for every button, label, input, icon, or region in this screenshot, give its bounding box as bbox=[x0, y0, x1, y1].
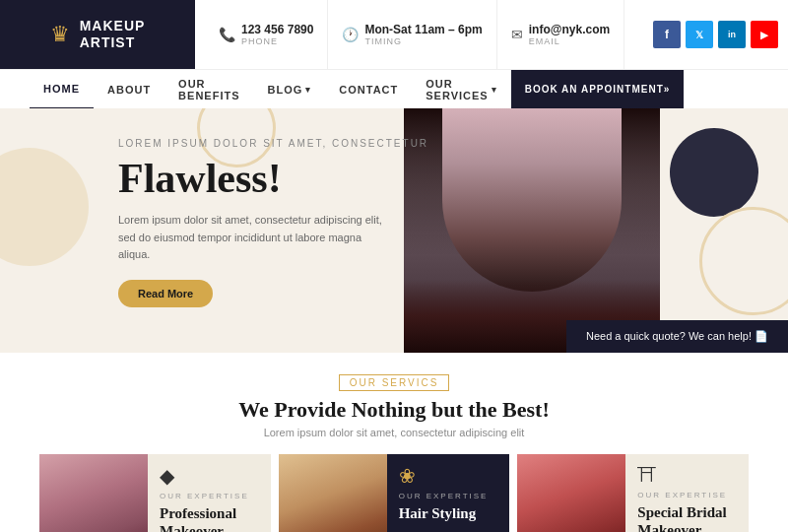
service-icon-1: ◆ bbox=[160, 464, 259, 488]
timing-label: TIMING bbox=[364, 36, 482, 46]
hero-circle3 bbox=[670, 128, 758, 217]
services-title: We Provide Nothing but the Best! bbox=[0, 397, 788, 423]
hero-circle1 bbox=[0, 148, 89, 266]
email-value: info@nyk.com bbox=[529, 23, 610, 36]
service-info-2: ❀ OUR EXPERTISE Hair Styling bbox=[387, 454, 510, 532]
top-bar: ♛ MAKEUP ARTIST 📞 123 456 7890 PHONE 🕐 M… bbox=[0, 0, 788, 69]
contact-email: ✉ info@nyk.com EMAIL bbox=[497, 0, 624, 69]
logo-area[interactable]: ♛ MAKEUP ARTIST bbox=[0, 0, 195, 69]
service-card-1: ◆ OUR EXPERTISE Professional Makeover bbox=[39, 454, 271, 532]
nav-blog[interactable]: BLOG bbox=[254, 70, 326, 109]
linkedin-button[interactable]: in bbox=[718, 21, 746, 48]
services-label: OUR SERVICS bbox=[0, 372, 788, 391]
hero-title: Flawless! bbox=[118, 155, 453, 202]
contact-phone: 📞 123 456 7890 PHONE bbox=[205, 0, 328, 69]
service-info-3: ⛩ OUR EXPERTISE Special Bridal Makeover bbox=[625, 454, 749, 532]
quick-quote-text: Need a quick quote? We can help! 📄 bbox=[586, 330, 768, 343]
nav-about[interactable]: ABOUT bbox=[94, 70, 164, 109]
contact-timing: 🕐 Mon-Sat 11am – 6pm TIMING bbox=[328, 0, 496, 69]
service-photo-1 bbox=[39, 454, 148, 532]
nav-benefits[interactable]: OUR BENEFITS bbox=[164, 70, 253, 109]
services-badge: OUR SERVICS bbox=[339, 374, 450, 391]
twitter-button[interactable]: 𝕏 bbox=[686, 21, 713, 48]
book-appointment-button[interactable]: BOOK AN APPOINTMENT bbox=[511, 70, 685, 109]
facebook-button[interactable]: f bbox=[653, 21, 681, 48]
service-icon-2: ❀ bbox=[399, 464, 498, 488]
hero-circle4 bbox=[699, 207, 788, 315]
service-name-1: Professional Makeover bbox=[160, 504, 259, 532]
nav-home[interactable]: HOME bbox=[30, 70, 94, 109]
service-icon-3: ⛩ bbox=[637, 464, 737, 487]
navigation: HOME ABOUT OUR BENEFITS BLOG CONTACT OUR… bbox=[0, 69, 788, 108]
hero-section: LOREM IPSUM DOLOR SIT AMET, CONSECTETUR … bbox=[0, 108, 788, 353]
social-icons: f 𝕏 in ▶ bbox=[643, 21, 778, 48]
hero-subtitle: LOREM IPSUM DOLOR SIT AMET, CONSECTETUR bbox=[118, 138, 453, 149]
read-more-button[interactable]: Read More bbox=[118, 280, 213, 307]
service-name-2: Hair Styling bbox=[399, 504, 498, 522]
service-photo-3 bbox=[517, 454, 625, 532]
phone-value: 123 456 7890 bbox=[241, 23, 313, 36]
services-section: OUR SERVICS We Provide Nothing but the B… bbox=[0, 353, 788, 532]
service-expertise-1: OUR EXPERTISE bbox=[160, 492, 259, 500]
logo-text: MAKEUP ARTIST bbox=[80, 18, 146, 51]
service-photo-2 bbox=[279, 454, 387, 532]
phone-label: PHONE bbox=[241, 36, 313, 46]
youtube-button[interactable]: ▶ bbox=[751, 21, 778, 48]
service-expertise-3: OUR EXPERTISE bbox=[637, 491, 737, 499]
hero-description: Lorem ipsum dolor sit amet, consectetur … bbox=[118, 212, 394, 264]
service-card-2: ❀ OUR EXPERTISE Hair Styling bbox=[279, 454, 510, 532]
nav-contact[interactable]: CONTACT bbox=[325, 70, 412, 109]
contact-bar: 📞 123 456 7890 PHONE 🕐 Mon-Sat 11am – 6p… bbox=[195, 0, 788, 69]
quick-quote-bar[interactable]: Need a quick quote? We can help! 📄 bbox=[566, 320, 788, 353]
timing-value: Mon-Sat 11am – 6pm bbox=[364, 23, 482, 36]
service-name-3: Special Bridal Makeover bbox=[637, 503, 737, 532]
header: ♛ MAKEUP ARTIST 📞 123 456 7890 PHONE 🕐 M… bbox=[0, 0, 788, 108]
hero-content: LOREM IPSUM DOLOR SIT AMET, CONSECTETUR … bbox=[118, 138, 453, 307]
email-icon: ✉ bbox=[511, 27, 523, 43]
clock-icon: 🕐 bbox=[342, 27, 359, 43]
service-expertise-2: OUR EXPERTISE bbox=[399, 492, 498, 500]
phone-icon: 📞 bbox=[219, 27, 235, 43]
nav-services[interactable]: OUR SERVICES bbox=[412, 70, 510, 109]
nav-inner: HOME ABOUT OUR BENEFITS BLOG CONTACT OUR… bbox=[0, 70, 511, 109]
services-grid: ◆ OUR EXPERTISE Professional Makeover ❀ … bbox=[0, 454, 788, 532]
service-card-3: ⛩ OUR EXPERTISE Special Bridal Makeover bbox=[517, 454, 749, 532]
services-description: Lorem ipsum dolor sit amet, consectetur … bbox=[0, 427, 788, 438]
email-label: EMAIL bbox=[529, 36, 610, 46]
service-info-1: ◆ OUR EXPERTISE Professional Makeover bbox=[148, 454, 271, 532]
logo-icon: ♛ bbox=[50, 22, 70, 47]
